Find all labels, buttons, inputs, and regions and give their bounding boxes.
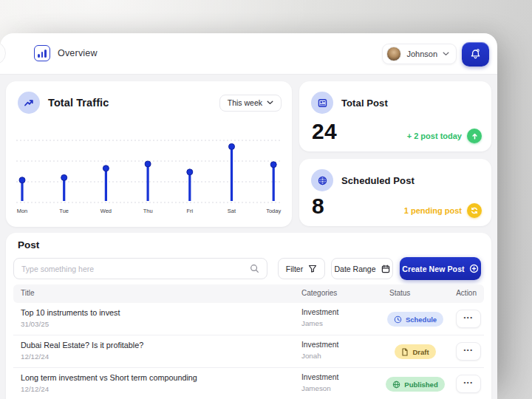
row-actions-button[interactable]: ••• bbox=[456, 310, 481, 328]
row-actions-button[interactable]: ••• bbox=[456, 375, 481, 393]
table-row: Dubai Real Estate? Is it profitable? 12/… bbox=[13, 335, 484, 368]
post-panel: Post Filter Date Range Create New Post T… bbox=[6, 233, 491, 399]
post-status-cell: Published bbox=[381, 368, 449, 399]
post-category-cell: Investment Jonah bbox=[301, 341, 338, 360]
status-label: Published bbox=[404, 381, 437, 389]
chevron-down-icon bbox=[267, 100, 273, 105]
traffic-lollipop-chart: MonTueWedThuFriSatToday bbox=[6, 130, 292, 222]
page-title: Overview bbox=[58, 48, 98, 58]
post-date: 12/12/24 bbox=[21, 352, 143, 361]
avatar bbox=[386, 47, 401, 61]
post-author: Jonah bbox=[301, 352, 338, 360]
refresh-circle-icon bbox=[467, 203, 482, 218]
card-title: Total Post bbox=[341, 98, 388, 109]
post-status-cell: Draft bbox=[381, 335, 449, 368]
scheduled-post-card: Scheduled Post 8 1 pending post bbox=[299, 159, 491, 226]
table-body: Top 10 instruments to invest 31/03/25 In… bbox=[13, 303, 484, 399]
ellipsis-icon: ••• bbox=[463, 379, 473, 386]
post-status-cell: Schedule bbox=[381, 303, 449, 335]
funnel-icon bbox=[308, 265, 317, 273]
svg-text:Mon: Mon bbox=[17, 208, 28, 214]
date-range-button[interactable]: Date Range bbox=[331, 258, 393, 279]
filter-button[interactable]: Filter bbox=[278, 258, 325, 279]
post-action-cell: ••• bbox=[456, 342, 481, 361]
post-title: Long term investment vs Short term compo… bbox=[21, 373, 197, 382]
bar-chart-icon bbox=[34, 45, 50, 61]
note-text: 1 pending post bbox=[404, 206, 462, 215]
plus-circle-icon bbox=[469, 264, 479, 273]
date-range-label: Date Range bbox=[334, 265, 375, 273]
app-window: Overview Johnson Total Traffic This week bbox=[0, 33, 497, 399]
svg-text:Today: Today bbox=[266, 208, 281, 214]
filter-label: Filter bbox=[286, 265, 303, 273]
post-action-cell: ••• bbox=[456, 375, 481, 393]
create-new-post-button[interactable]: Create New Post bbox=[400, 257, 481, 280]
status-label: Schedule bbox=[406, 316, 437, 324]
svg-text:Sat: Sat bbox=[228, 208, 236, 214]
news-post-icon bbox=[311, 92, 333, 114]
top-bar: Overview Johnson bbox=[0, 33, 497, 74]
status-badge: Schedule bbox=[387, 312, 443, 327]
total-post-note: + 2 post today bbox=[407, 129, 482, 143]
search-box bbox=[13, 258, 267, 279]
notifications-button[interactable] bbox=[462, 42, 489, 66]
bell-icon bbox=[469, 48, 482, 61]
column-categories: Categories bbox=[301, 289, 337, 297]
total-traffic-card: Total Traffic This week MonTueWedThuFriS… bbox=[6, 81, 292, 227]
table-row: Top 10 instruments to invest 31/03/25 In… bbox=[13, 303, 484, 335]
post-title: Dubai Real Estate? Is it profitable? bbox=[21, 341, 143, 349]
row-actions-button[interactable]: ••• bbox=[456, 342, 481, 361]
svg-text:Thu: Thu bbox=[143, 208, 153, 214]
sidebar-edge-arc[interactable] bbox=[0, 41, 6, 65]
breadcrumb: Overview bbox=[34, 45, 98, 61]
post-title: Top 10 instruments to invest bbox=[21, 308, 120, 317]
post-category: Investment bbox=[301, 341, 338, 349]
ellipsis-icon: ••• bbox=[463, 314, 473, 321]
svg-text:Fri: Fri bbox=[186, 208, 193, 214]
search-input[interactable] bbox=[21, 265, 244, 273]
post-action-cell: ••• bbox=[456, 310, 481, 328]
range-label: This week bbox=[228, 98, 262, 107]
card-title: Total Traffic bbox=[48, 97, 109, 109]
status-badge: Draft bbox=[395, 344, 435, 359]
scheduled-post-note: 1 pending post bbox=[404, 203, 482, 218]
create-new-post-label: Create New Post bbox=[402, 265, 464, 273]
clock-icon bbox=[394, 316, 402, 324]
globe-icon bbox=[311, 169, 333, 191]
file-icon bbox=[401, 348, 409, 356]
panel-title: Post bbox=[18, 239, 39, 250]
trending-up-icon bbox=[18, 92, 40, 114]
svg-text:Tue: Tue bbox=[59, 208, 69, 214]
calendar-icon bbox=[381, 265, 390, 273]
globe-icon bbox=[392, 381, 400, 389]
status-label: Draft bbox=[412, 348, 429, 356]
table-header: Title Categories Status Action bbox=[13, 284, 484, 303]
post-title-cell: Top 10 instruments to invest 31/03/25 bbox=[21, 308, 120, 328]
column-action: Action bbox=[456, 289, 477, 297]
card-title: Scheduled Post bbox=[341, 175, 415, 186]
user-name: Johnson bbox=[406, 50, 437, 58]
column-status: Status bbox=[389, 289, 410, 297]
total-post-card: Total Post 24 + 2 post today bbox=[299, 81, 491, 151]
range-selector[interactable]: This week bbox=[219, 95, 282, 112]
post-category: Investment bbox=[301, 308, 338, 316]
search-icon[interactable] bbox=[250, 264, 259, 273]
post-category-cell: Investment James bbox=[301, 308, 338, 327]
post-title-cell: Long term investment vs Short term compo… bbox=[21, 373, 197, 393]
user-menu[interactable]: Johnson bbox=[382, 44, 457, 64]
post-category: Investment bbox=[301, 373, 338, 381]
table-row: Long term investment vs Short term compo… bbox=[13, 368, 484, 399]
status-badge: Published bbox=[386, 377, 444, 392]
svg-text:Wed: Wed bbox=[100, 208, 112, 214]
chevron-down-icon bbox=[443, 52, 449, 56]
post-author: James bbox=[301, 319, 338, 327]
post-author: Jameson bbox=[301, 384, 338, 392]
column-title: Title bbox=[21, 289, 35, 297]
post-title-cell: Dubai Real Estate? Is it profitable? 12/… bbox=[21, 341, 143, 361]
arrow-up-circle-icon bbox=[467, 129, 482, 143]
post-date: 12/12/24 bbox=[21, 385, 197, 393]
ellipsis-icon: ••• bbox=[463, 347, 473, 353]
post-date: 31/03/25 bbox=[21, 320, 120, 328]
scheduled-post-value: 8 bbox=[312, 194, 324, 219]
total-post-value: 24 bbox=[312, 119, 337, 144]
